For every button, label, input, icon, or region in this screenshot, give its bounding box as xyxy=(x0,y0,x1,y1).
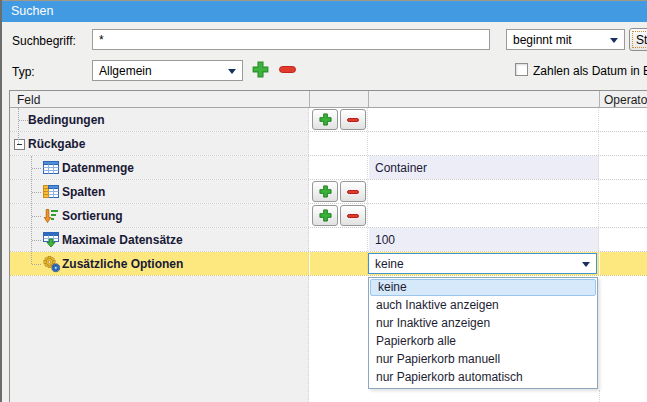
options-dropdown-list: keine auch Inaktive anzeigen nur Inaktiv… xyxy=(368,277,598,389)
buttons-cell xyxy=(310,132,368,155)
add-row-button[interactable] xyxy=(312,205,338,226)
tree-line xyxy=(32,192,41,193)
criteria-grid: Feld Operator Bedingungen xyxy=(9,90,647,402)
column-divider xyxy=(599,390,600,402)
buttons-cell xyxy=(310,228,368,251)
columns-table-icon xyxy=(43,184,59,199)
column-header-feld: Feld xyxy=(17,93,40,107)
dropdown-item-papierkorb-alle[interactable]: Papierkorb alle xyxy=(369,332,597,350)
collapse-expander-icon[interactable] xyxy=(14,139,25,150)
grid-row-maximale-datensaetze[interactable]: Maximale Datensätze 100 xyxy=(10,228,647,252)
match-mode-value: beginnt mit xyxy=(513,33,572,47)
remove-row-button[interactable] xyxy=(340,109,366,130)
operator-cell xyxy=(600,156,647,179)
column-header-operator: Operator xyxy=(604,93,647,107)
chevron-down-icon xyxy=(610,38,618,43)
value-cell xyxy=(369,204,599,227)
plus-icon xyxy=(319,113,332,126)
minus-icon xyxy=(347,214,359,218)
tree-line xyxy=(19,120,28,121)
options-select[interactable]: keine xyxy=(368,253,597,274)
search-dialog: Suchen Suchbegriff: beginnt mit Sta Typ:… xyxy=(0,0,647,402)
type-select[interactable]: Allgemein xyxy=(92,60,243,81)
buttons-cell xyxy=(310,252,368,275)
row-label: Maximale Datensätze xyxy=(62,233,183,247)
minus-icon xyxy=(347,118,359,122)
options-select-value: keine xyxy=(375,257,404,271)
grid-row-bedingungen[interactable]: Bedingungen xyxy=(10,108,647,132)
operator-cell xyxy=(600,108,647,131)
chevron-down-icon xyxy=(228,69,236,74)
plus-icon[interactable] xyxy=(252,61,269,78)
dropdown-item-papierkorb-automatisch[interactable]: nur Papierkorb automatisch xyxy=(369,368,597,386)
grid-row-spalten[interactable]: Spalten xyxy=(10,180,647,204)
value-cell xyxy=(369,180,599,203)
tree-line xyxy=(31,156,32,264)
start-button[interactable]: Sta xyxy=(629,28,647,51)
tree-line xyxy=(32,240,41,241)
data-table-icon xyxy=(43,160,59,175)
dropdown-item-nur-inaktive[interactable]: nur Inaktive anzeigen xyxy=(369,314,597,332)
type-select-value: Allgemein xyxy=(99,64,152,78)
minus-icon[interactable] xyxy=(279,66,296,73)
row-label: Zusätzliche Optionen xyxy=(62,257,183,271)
grid-row-rueckgabe[interactable]: Rückgabe xyxy=(10,132,647,156)
row-label: Bedingungen xyxy=(28,113,105,127)
column-divider xyxy=(309,91,310,107)
type-label: Typ: xyxy=(12,65,35,79)
row-value[interactable]: 100 xyxy=(375,233,395,247)
options-gears-icon xyxy=(43,256,62,273)
operator-cell xyxy=(600,180,647,203)
tree-line xyxy=(32,168,41,169)
search-term-label: Suchbegriff: xyxy=(12,34,76,48)
search-input[interactable] xyxy=(92,29,490,50)
operator-cell xyxy=(600,132,647,155)
grid-row-datenmenge[interactable]: Datenmenge Container xyxy=(10,156,647,180)
column-divider xyxy=(599,91,600,107)
row-label: Spalten xyxy=(62,185,105,199)
chevron-down-icon xyxy=(582,262,590,267)
column-divider xyxy=(368,91,369,107)
dropdown-item-papierkorb-manuell[interactable]: nur Papierkorb manuell xyxy=(369,350,597,368)
operator-cell xyxy=(600,252,647,275)
field-column-background xyxy=(10,276,309,402)
dropdown-item-auch-inaktive[interactable]: auch Inaktive anzeigen xyxy=(369,296,597,314)
row-value[interactable]: Container xyxy=(375,161,427,175)
row-label: Datenmenge xyxy=(62,161,134,175)
add-row-button[interactable] xyxy=(312,181,338,202)
grid-row-sortierung[interactable]: Sortierung xyxy=(10,204,647,228)
grid-body: Bedingungen Rückgabe xyxy=(10,108,647,402)
tree-line xyxy=(32,216,41,217)
date-checkbox-label: Zahlen als Datum in Eigens xyxy=(533,64,647,78)
row-label: Rückgabe xyxy=(28,137,85,151)
remove-row-button[interactable] xyxy=(340,205,366,226)
operator-cell xyxy=(600,204,647,227)
row-label: Sortierung xyxy=(62,209,123,223)
plus-icon xyxy=(319,209,332,222)
dropdown-item-keine[interactable]: keine xyxy=(370,279,596,296)
value-cell xyxy=(369,228,599,251)
minus-icon xyxy=(347,190,359,194)
operator-cell xyxy=(600,228,647,251)
dialog-title: Suchen xyxy=(11,4,53,18)
grid-header: Feld Operator xyxy=(10,91,647,108)
buttons-cell xyxy=(310,156,368,179)
value-cell xyxy=(369,132,599,155)
max-records-icon xyxy=(43,232,59,248)
plus-icon xyxy=(319,185,332,198)
match-mode-select[interactable]: beginnt mit xyxy=(506,29,625,50)
remove-row-button[interactable] xyxy=(340,181,366,202)
value-cell xyxy=(369,108,599,131)
date-checkbox[interactable] xyxy=(515,63,528,76)
add-row-button[interactable] xyxy=(312,109,338,130)
tree-line xyxy=(32,264,41,265)
dialog-titlebar[interactable]: Suchen xyxy=(2,0,647,22)
sort-descending-icon xyxy=(43,208,59,224)
tree-line xyxy=(18,108,19,144)
